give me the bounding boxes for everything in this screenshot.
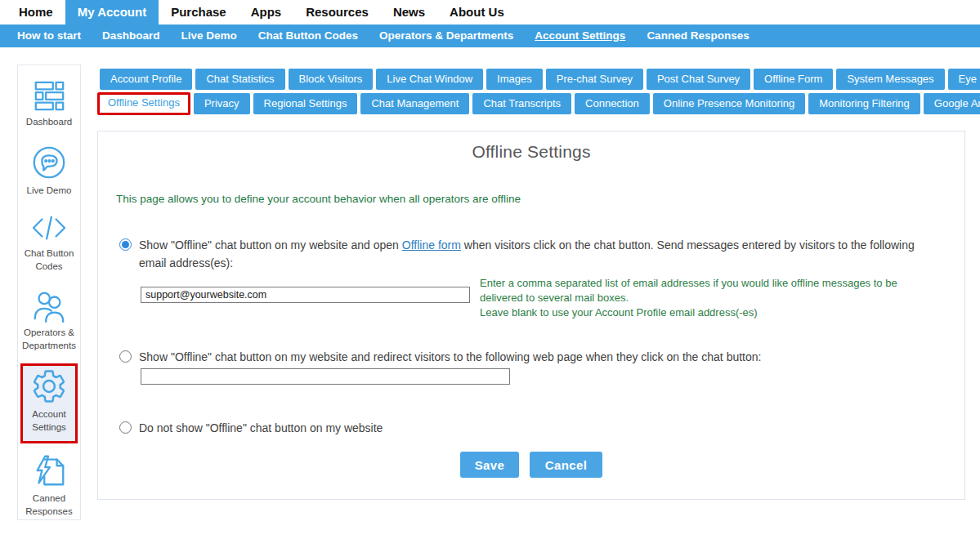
topnav-purchase[interactable]: Purchase <box>159 0 239 24</box>
topnav-apps[interactable]: Apps <box>239 0 294 24</box>
tab-eye-catcher[interactable]: Eye Catcher <box>948 69 980 90</box>
sub-navigation: How to start Dashboard Live Demo Chat Bu… <box>0 24 980 47</box>
sidebar-item-live-demo[interactable]: Live Demo <box>20 140 78 204</box>
tab-system-messages[interactable]: System Messages <box>836 69 944 90</box>
tab-regional-settings[interactable]: Regional Settings <box>253 93 358 114</box>
tab-account-profile[interactable]: Account Profile <box>100 69 192 90</box>
top-navigation: Home My Account Purchase Apps Resources … <box>0 0 980 24</box>
redirect-url-input[interactable] <box>141 368 510 385</box>
offline-form-option-label: Show "Offline" chat button on my website… <box>139 237 936 272</box>
email-help-line2: Leave blank to use your Account Profile … <box>480 305 942 320</box>
tab-online-presence-monitoring[interactable]: Online Presence Monitoring <box>653 93 805 114</box>
topnav-resources[interactable]: Resources <box>293 0 381 24</box>
tab-offline-form[interactable]: Offline Form <box>754 69 833 90</box>
chat-bubble-icon <box>20 144 78 181</box>
tab-images[interactable]: Images <box>486 69 543 90</box>
topnav-home[interactable]: Home <box>7 0 65 24</box>
redirect-radio[interactable] <box>119 350 132 363</box>
tab-chat-management[interactable]: Chat Management <box>360 93 469 114</box>
sidebar-item-label: Live Demo <box>27 185 72 195</box>
tab-offline-settings[interactable]: Offline Settings <box>97 92 190 115</box>
offline-form-link[interactable]: Offline form <box>402 238 461 252</box>
gear-icon <box>23 368 75 405</box>
tab-post-chat-survey[interactable]: Post Chat Survey <box>647 69 750 90</box>
sidebar-item-label: Account Settings <box>32 409 66 432</box>
option1-text-before: Show "Offline" chat button on my website… <box>139 238 402 252</box>
topnav-my-account[interactable]: My Account <box>65 0 159 24</box>
sidebar-item-label: Canned Responses <box>25 493 73 516</box>
sidebar-item-label: Dashboard <box>26 117 72 127</box>
subnav-live-demo[interactable]: Live Demo <box>171 24 248 47</box>
subnav-canned-responses[interactable]: Canned Responses <box>636 24 759 47</box>
subnav-account-settings[interactable]: Account Settings <box>524 24 636 47</box>
tab-privacy[interactable]: Privacy <box>194 93 250 114</box>
email-help-line1: Enter a comma separated list of email ad… <box>480 276 942 305</box>
subnav-how-to-start[interactable]: How to start <box>7 24 92 47</box>
tab-pre-chat-survey[interactable]: Pre-chat Survey <box>546 69 643 90</box>
topnav-about-us[interactable]: About Us <box>437 0 517 24</box>
sidebar-item-operators-departments[interactable]: Operators & Departments <box>20 284 78 359</box>
redirect-option-label: Show "Offline" chat button on my website… <box>139 349 936 367</box>
topnav-news[interactable]: News <box>381 0 437 24</box>
save-button[interactable]: Save <box>460 452 519 478</box>
tab-block-visitors[interactable]: Block Visitors <box>289 69 374 90</box>
tab-chat-statistics[interactable]: Chat Statistics <box>195 69 284 90</box>
button-row: Save Cancel <box>98 452 964 478</box>
sidebar-item-canned-responses[interactable]: Canned Responses <box>20 448 78 524</box>
page-description: This page allows you to define your acco… <box>116 193 521 205</box>
option-redirect: Show "Offline" chat button on my website… <box>119 349 936 367</box>
people-icon <box>20 287 78 323</box>
sidebar-item-chat-button-codes[interactable]: Chat Button Codes <box>20 208 78 279</box>
dashboard-icon <box>20 78 78 113</box>
offline-settings-panel: Offline Settings This page allows you to… <box>97 131 965 500</box>
cancel-button[interactable]: Cancel <box>530 452 602 478</box>
email-help-text: Enter a comma separated list of email ad… <box>480 276 942 320</box>
option-no-button: Do not show "Offline" chat button on my … <box>119 420 936 438</box>
tab-monitoring-filtering[interactable]: Monitoring Filtering <box>808 93 920 114</box>
page-title: Offline Settings <box>98 142 964 162</box>
sidebar-item-label: Operators & Departments <box>22 327 76 350</box>
no-button-radio[interactable] <box>119 421 132 434</box>
tab-chat-transcripts[interactable]: Chat Transcripts <box>472 93 571 114</box>
lightning-page-icon <box>20 452 78 489</box>
subnav-chat-button-codes[interactable]: Chat Button Codes <box>248 24 369 47</box>
settings-tabs-row2: Offline Settings Privacy Regional Settin… <box>100 93 980 115</box>
subnav-operators-departments[interactable]: Operators & Departments <box>369 24 524 47</box>
offline-form-radio[interactable] <box>119 238 132 251</box>
code-icon <box>20 212 78 244</box>
option-offline-form: Show "Offline" chat button on my website… <box>119 237 936 272</box>
sidebar-item-label: Chat Button Codes <box>25 248 74 271</box>
settings-tabs-row1: Account Profile Chat Statistics Block Vi… <box>100 69 980 90</box>
sidebar: Dashboard Live Demo Chat Button Codes <box>17 65 81 520</box>
no-button-option-label: Do not show "Offline" chat button on my … <box>139 420 936 438</box>
sidebar-item-dashboard[interactable]: Dashboard <box>20 75 78 136</box>
tab-live-chat-window[interactable]: Live Chat Window <box>376 69 483 90</box>
tab-google-analytics[interactable]: Google Analytics <box>924 93 980 114</box>
sidebar-item-account-settings[interactable]: Account Settings <box>20 363 78 443</box>
offline-email-input[interactable] <box>141 287 470 303</box>
subnav-dashboard[interactable]: Dashboard <box>92 24 171 47</box>
tab-connection[interactable]: Connection <box>575 93 650 114</box>
